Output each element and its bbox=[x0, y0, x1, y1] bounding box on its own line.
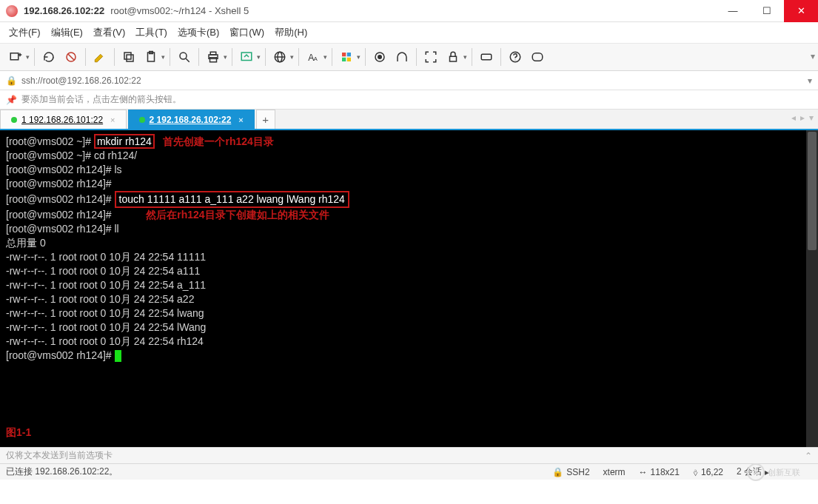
file-listing: -rw-r--r--. 1 root root 0 10月 24 22:54 1… bbox=[6, 250, 812, 264]
highlighted-command: touch 11111 a111 a_111 a22 lwang lWang r… bbox=[115, 191, 349, 208]
tunnel-icon[interactable] bbox=[392, 47, 412, 67]
dropdown-icon[interactable]: ▾ bbox=[357, 53, 361, 61]
menu-view[interactable]: 查看(V) bbox=[93, 26, 125, 39]
close-tab-icon[interactable]: × bbox=[110, 115, 115, 124]
terminal-line: [root@vms002 rh124]# ll bbox=[6, 222, 812, 236]
status-sessions: 2 会话 ▸ bbox=[737, 466, 769, 478]
disconnect-icon[interactable] bbox=[61, 47, 81, 67]
font-icon[interactable]: AA bbox=[304, 47, 323, 67]
svg-point-9 bbox=[180, 53, 187, 59]
find-icon[interactable] bbox=[175, 47, 194, 67]
hint-bar: 📌 要添加当前会话，点击左侧的箭头按钮。 bbox=[0, 90, 818, 110]
hint-text: 要添加当前会话，点击左侧的箭头按钮。 bbox=[21, 93, 181, 106]
file-listing: -rw-r--r--. 1 root root 0 10月 24 22:54 r… bbox=[6, 335, 812, 349]
svg-rect-23 bbox=[347, 58, 351, 61]
dropdown-icon[interactable]: ▾ bbox=[323, 53, 327, 61]
lock-icon[interactable] bbox=[443, 47, 463, 67]
tab-session-2[interactable]: 2 192.168.26.102:22 × bbox=[128, 110, 255, 129]
menu-window[interactable]: 窗口(W) bbox=[229, 26, 264, 39]
close-button[interactable]: ✕ bbox=[784, 0, 818, 22]
file-listing: -rw-r--r--. 1 root root 0 10月 24 22:54 a… bbox=[6, 278, 812, 292]
annotation-text: 首先创建一个rh124目录 bbox=[155, 135, 274, 147]
dropdown-icon[interactable]: ▾ bbox=[463, 53, 467, 61]
menu-file[interactable]: 文件(F) bbox=[9, 26, 41, 39]
svg-rect-6 bbox=[124, 53, 131, 59]
close-tab-icon[interactable]: × bbox=[238, 115, 243, 124]
xftp-icon[interactable] bbox=[237, 47, 256, 67]
toolbar-overflow-icon[interactable]: ▾ bbox=[811, 51, 815, 61]
reconnect-icon[interactable] bbox=[39, 47, 58, 67]
terminal-line: [root@vms002 rh124]# bbox=[6, 177, 812, 191]
tab-session-1[interactable]: 1 192.168.26.101:22 × bbox=[0, 110, 127, 129]
status-term-type: xterm bbox=[603, 467, 626, 477]
minimize-button[interactable]: — bbox=[716, 0, 750, 22]
keymap-icon[interactable] bbox=[477, 47, 496, 67]
svg-rect-28 bbox=[450, 56, 457, 61]
color-icon[interactable] bbox=[337, 47, 356, 67]
status-size: ↔ 118x21 bbox=[639, 467, 680, 477]
tab-next-icon[interactable]: ▸ bbox=[800, 112, 805, 123]
status-protocol: 🔒 SSH2 bbox=[552, 467, 589, 477]
add-tab-button[interactable]: + bbox=[256, 110, 275, 129]
window-title-path: root@vms002:~/rh124 - Xshell 5 bbox=[110, 5, 249, 16]
session-icon[interactable] bbox=[370, 47, 389, 67]
svg-line-4 bbox=[68, 54, 74, 60]
help-icon[interactable] bbox=[506, 47, 525, 67]
window-title-host: 192.168.26.102:22 bbox=[24, 5, 104, 16]
svg-text:A: A bbox=[314, 56, 318, 62]
send-mode-icon[interactable]: ⌃ bbox=[805, 451, 812, 461]
svg-rect-20 bbox=[342, 53, 346, 56]
terminal-line: [root@vms002 rh124]# bbox=[6, 209, 112, 221]
status-connection: 已连接 192.168.26.102:22。 bbox=[6, 466, 118, 478]
terminal-line: [root@vms002 ~]# cd rh124/ bbox=[6, 149, 812, 163]
svg-rect-22 bbox=[342, 58, 346, 61]
fullscreen-icon[interactable] bbox=[421, 47, 440, 67]
svg-rect-5 bbox=[127, 55, 133, 61]
svg-rect-14 bbox=[241, 53, 252, 61]
print-icon[interactable] bbox=[204, 47, 223, 67]
cursor bbox=[115, 350, 121, 362]
file-listing: -rw-r--r--. 1 root root 0 10月 24 22:54 l… bbox=[6, 306, 812, 320]
menu-tools[interactable]: 工具(T) bbox=[135, 26, 167, 39]
file-listing: -rw-r--r--. 1 root root 0 10月 24 22:54 l… bbox=[6, 320, 812, 335]
tab-list-icon[interactable]: ▾ bbox=[809, 112, 814, 123]
prompt: [root@vms002 rh124]# bbox=[6, 193, 115, 205]
send-bar-text: 仅将文本发送到当前选项卡 bbox=[6, 449, 113, 462]
dropdown-icon[interactable]: ▾ bbox=[257, 53, 261, 61]
new-session-icon[interactable] bbox=[6, 47, 25, 67]
terminal-line: 总用量 0 bbox=[6, 236, 812, 250]
prompt: [root@vms002 ~]# bbox=[6, 135, 94, 147]
menu-tab[interactable]: 选项卡(B) bbox=[178, 26, 219, 39]
scrollbar-thumb[interactable] bbox=[808, 132, 817, 250]
svg-rect-13 bbox=[210, 52, 216, 55]
lock-small-icon: 🔒 bbox=[6, 75, 17, 86]
file-listing: -rw-r--r--. 1 root root 0 10月 24 22:54 a… bbox=[6, 292, 812, 306]
paste-icon[interactable] bbox=[141, 47, 161, 67]
dropdown-icon[interactable]: ▾ bbox=[224, 53, 227, 61]
tab-nav: ◂ ▸ ▾ bbox=[791, 112, 814, 123]
menu-edit[interactable]: 编辑(E) bbox=[51, 26, 83, 39]
terminal-scrollbar[interactable] bbox=[806, 130, 818, 447]
dropdown-icon[interactable]: ▾ bbox=[26, 53, 30, 61]
send-bar[interactable]: 仅将文本发送到当前选项卡 ⌃ bbox=[0, 447, 818, 463]
properties-icon[interactable] bbox=[90, 47, 110, 67]
menu-help[interactable]: 帮助(H) bbox=[275, 26, 307, 39]
menubar: 文件(F) 编辑(E) 查看(V) 工具(T) 选项卡(B) 窗口(W) 帮助(… bbox=[0, 22, 818, 43]
tab-prev-icon[interactable]: ◂ bbox=[791, 112, 796, 123]
dropdown-icon[interactable]: ▾ bbox=[290, 53, 294, 61]
titlebar: 192.168.26.102:22 root@vms002:~/rh124 - … bbox=[0, 0, 818, 22]
address-dropdown-icon[interactable]: ▾ bbox=[808, 75, 812, 86]
figure-label: 图1-1 bbox=[6, 426, 31, 440]
globe-icon[interactable] bbox=[270, 47, 289, 67]
maximize-button[interactable]: ☐ bbox=[750, 0, 784, 22]
status-bar: 已连接 192.168.26.102:22。 🔒 SSH2 xterm ↔ 11… bbox=[0, 463, 818, 480]
compose-icon[interactable] bbox=[528, 47, 547, 67]
tab-label: 2 192.168.26.102:22 bbox=[150, 115, 232, 125]
address-bar[interactable]: 🔒 ssh://root@192.168.26.102:22 ▾ bbox=[0, 71, 818, 90]
dropdown-icon[interactable]: ▾ bbox=[161, 53, 165, 61]
copy-icon[interactable] bbox=[119, 47, 138, 67]
prompt: [root@vms002 rh124]# bbox=[6, 349, 115, 361]
terminal[interactable]: [root@vms002 ~]# mkdir rh124 首先创建一个rh124… bbox=[0, 130, 818, 447]
pin-icon[interactable]: 📌 bbox=[6, 95, 17, 105]
highlighted-command: mkdir rh124 bbox=[94, 134, 155, 149]
